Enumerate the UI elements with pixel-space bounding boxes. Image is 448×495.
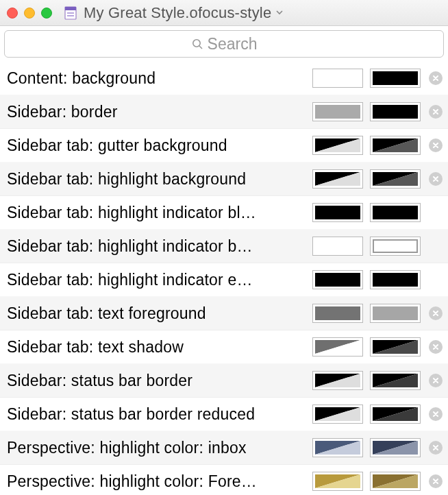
search-icon bbox=[191, 38, 203, 50]
close-window-button[interactable] bbox=[7, 8, 18, 19]
style-label: Perspective: highlight color: inbox bbox=[7, 439, 312, 457]
title-dropdown-icon[interactable] bbox=[275, 7, 284, 19]
style-row: Content: background bbox=[0, 62, 448, 95]
svg-rect-3 bbox=[67, 15, 74, 16]
light-swatch[interactable] bbox=[312, 304, 363, 323]
svg-rect-2 bbox=[67, 12, 74, 14]
style-label: Sidebar tab: text foreground bbox=[7, 304, 312, 323]
style-row: Sidebar tab: highlight indicator b… bbox=[0, 230, 448, 263]
light-swatch[interactable] bbox=[312, 169, 363, 189]
light-swatch[interactable] bbox=[312, 405, 363, 424]
style-row: Sidebar: status bar border bbox=[0, 364, 448, 398]
dark-swatch[interactable] bbox=[370, 371, 421, 390]
remove-button[interactable] bbox=[429, 441, 443, 455]
svg-point-4 bbox=[192, 40, 199, 47]
style-label: Sidebar tab: highlight indicator b… bbox=[7, 237, 312, 256]
style-row: Sidebar tab: highlight indicator e… bbox=[0, 263, 448, 297]
remove-button[interactable] bbox=[429, 105, 443, 119]
remove-button[interactable] bbox=[429, 474, 443, 488]
search-bar: Search bbox=[0, 26, 448, 62]
style-row: Perspective: highlight color: Fore… bbox=[0, 465, 448, 495]
style-list: Content: background Sidebar: border Side… bbox=[0, 62, 448, 495]
dark-swatch[interactable] bbox=[370, 203, 421, 222]
svg-line-5 bbox=[199, 46, 202, 49]
remove-button[interactable] bbox=[429, 340, 443, 354]
dark-swatch[interactable] bbox=[370, 169, 421, 189]
style-label: Sidebar tab: text shadow bbox=[7, 338, 312, 357]
light-swatch[interactable] bbox=[312, 136, 363, 155]
remove-button[interactable] bbox=[429, 71, 443, 85]
titlebar: My Great Style.ofocus-style bbox=[0, 0, 448, 26]
style-label: Sidebar tab: gutter background bbox=[7, 136, 312, 155]
dark-swatch[interactable] bbox=[370, 270, 421, 289]
style-label: Sidebar: border bbox=[7, 103, 312, 121]
style-row: Sidebar tab: text shadow bbox=[0, 330, 448, 364]
style-label: Perspective: highlight color: Fore… bbox=[7, 472, 312, 491]
style-label: Sidebar tab: highlight indicator bl… bbox=[7, 204, 312, 222]
light-swatch[interactable] bbox=[312, 472, 363, 491]
window-controls bbox=[7, 8, 52, 19]
dark-swatch[interactable] bbox=[370, 136, 421, 155]
light-swatch[interactable] bbox=[312, 237, 363, 256]
window-title: My Great Style.ofocus-style bbox=[84, 4, 271, 22]
style-label: Sidebar: status bar border bbox=[7, 372, 312, 390]
dark-swatch[interactable] bbox=[370, 304, 421, 323]
document-icon bbox=[63, 5, 78, 21]
style-row: Perspective: highlight color: inbox bbox=[0, 431, 448, 465]
style-row: Sidebar tab: highlight background bbox=[0, 162, 448, 196]
remove-button[interactable] bbox=[429, 374, 443, 387]
style-label: Sidebar tab: highlight indicator e… bbox=[7, 271, 312, 289]
light-swatch[interactable] bbox=[312, 69, 363, 88]
remove-button[interactable] bbox=[429, 407, 443, 421]
style-label: Content: background bbox=[7, 69, 312, 88]
light-swatch[interactable] bbox=[312, 203, 363, 222]
search-input[interactable]: Search bbox=[4, 30, 444, 58]
style-label: Sidebar tab: highlight background bbox=[7, 170, 312, 189]
svg-rect-1 bbox=[65, 7, 76, 10]
dark-swatch[interactable] bbox=[370, 69, 421, 88]
zoom-window-button[interactable] bbox=[41, 8, 52, 19]
search-placeholder: Search bbox=[208, 35, 258, 53]
remove-button[interactable] bbox=[429, 138, 443, 152]
dark-swatch[interactable] bbox=[370, 237, 421, 256]
style-row: Sidebar: status bar border reduced bbox=[0, 398, 448, 431]
style-row: Sidebar tab: highlight indicator bl… bbox=[0, 196, 448, 230]
dark-swatch[interactable] bbox=[370, 102, 421, 121]
dark-swatch[interactable] bbox=[370, 472, 421, 491]
light-swatch[interactable] bbox=[312, 337, 363, 357]
light-swatch[interactable] bbox=[312, 270, 363, 289]
style-row: Sidebar: border bbox=[0, 95, 448, 129]
light-swatch[interactable] bbox=[312, 438, 363, 457]
dark-swatch[interactable] bbox=[370, 438, 421, 457]
remove-button[interactable] bbox=[429, 306, 443, 320]
style-row: Sidebar tab: text foreground bbox=[0, 297, 448, 330]
minimize-window-button[interactable] bbox=[24, 8, 35, 19]
light-swatch[interactable] bbox=[312, 371, 363, 390]
remove-button[interactable] bbox=[429, 172, 443, 186]
style-row: Sidebar tab: gutter background bbox=[0, 129, 448, 162]
light-swatch[interactable] bbox=[312, 102, 363, 121]
dark-swatch[interactable] bbox=[370, 405, 421, 424]
style-label: Sidebar: status bar border reduced bbox=[7, 405, 312, 424]
dark-swatch[interactable] bbox=[370, 337, 421, 357]
